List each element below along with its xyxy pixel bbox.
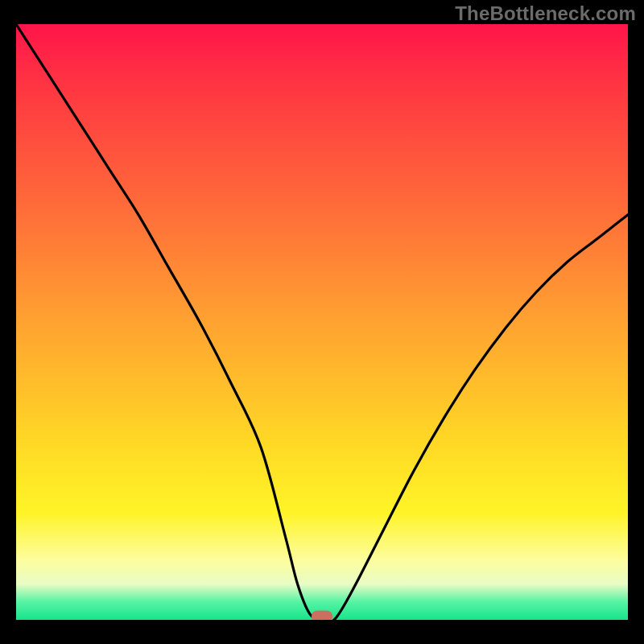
optimum-marker <box>312 611 332 621</box>
chart-frame: TheBottleneck.com <box>0 0 644 644</box>
plot-area <box>16 24 628 620</box>
bottleneck-curve <box>16 24 628 620</box>
watermark-text: TheBottleneck.com <box>455 2 636 25</box>
